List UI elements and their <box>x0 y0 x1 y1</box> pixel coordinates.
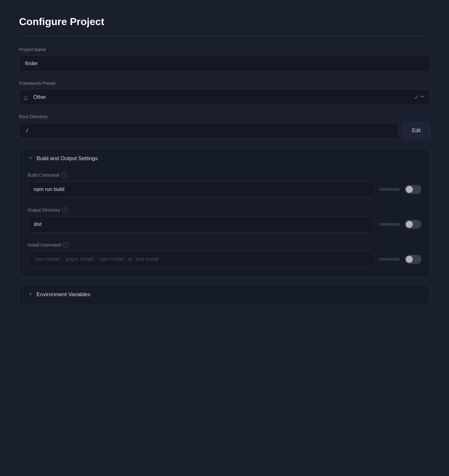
framework-preset-label: Framework Preset <box>19 81 430 86</box>
build-output-section: Build and Output Settings Build Command … <box>19 148 430 277</box>
build-command-label: Build Command ? <box>28 172 421 178</box>
root-directory-group: Root Directory Edit <box>19 114 430 139</box>
edit-button[interactable]: Edit <box>403 122 430 139</box>
install-command-group: Install Command ? OVERRIDE <box>28 242 421 268</box>
build-output-chevron-icon <box>28 155 33 162</box>
build-output-body: Build Command ? OVERRIDE Output Director… <box>19 169 430 277</box>
header-divider <box>19 35 430 36</box>
build-command-row: OVERRIDE <box>28 181 421 198</box>
install-command-help-icon[interactable]: ? <box>63 242 69 248</box>
install-command-input[interactable] <box>28 251 374 268</box>
project-name-input[interactable] <box>19 55 430 72</box>
env-variables-title: Environment Variables <box>37 291 90 298</box>
install-command-label: Install Command ? <box>28 242 421 248</box>
framework-preset-select[interactable]: Other Next.js Create React App Vue.js Nu… <box>19 89 430 105</box>
output-directory-help-icon[interactable]: ? <box>62 207 68 213</box>
env-variables-section: Environment Variables <box>19 284 430 305</box>
output-directory-row: OVERRIDE <box>28 216 421 233</box>
framework-preset-group: Framework Preset △ Other Next.js Create … <box>19 81 430 105</box>
env-variables-chevron-icon <box>28 291 33 298</box>
build-command-help-icon[interactable]: ? <box>61 172 67 178</box>
project-name-label: Project Name <box>19 47 430 52</box>
install-command-toggle-slider <box>405 255 421 264</box>
install-command-override-toggle[interactable] <box>405 255 421 264</box>
build-command-input[interactable] <box>28 181 374 198</box>
output-directory-group: Output Directory ? OVERRIDE <box>28 207 421 233</box>
build-command-override-label: OVERRIDE <box>379 187 400 191</box>
build-output-title: Build and Output Settings <box>37 155 98 162</box>
build-command-group: Build Command ? OVERRIDE <box>28 172 421 198</box>
project-name-group: Project Name <box>19 47 430 72</box>
output-directory-label: Output Directory ? <box>28 207 421 213</box>
root-directory-input[interactable] <box>19 122 399 139</box>
page-title: Configure Project <box>19 16 430 28</box>
env-variables-header[interactable]: Environment Variables <box>19 284 430 305</box>
root-directory-row: Edit <box>19 122 430 139</box>
build-output-header[interactable]: Build and Output Settings <box>19 148 430 169</box>
build-command-override-toggle[interactable] <box>405 185 421 194</box>
output-directory-override-toggle[interactable] <box>405 220 421 229</box>
install-command-row: OVERRIDE <box>28 251 421 268</box>
install-command-override-label: OVERRIDE <box>379 257 400 261</box>
output-directory-input[interactable] <box>28 216 374 233</box>
output-directory-override-label: OVERRIDE <box>379 222 400 226</box>
root-directory-label: Root Directory <box>19 114 430 119</box>
output-directory-toggle-slider <box>405 220 421 229</box>
framework-select-wrapper: △ Other Next.js Create React App Vue.js … <box>19 89 430 105</box>
build-command-toggle-slider <box>405 185 421 194</box>
